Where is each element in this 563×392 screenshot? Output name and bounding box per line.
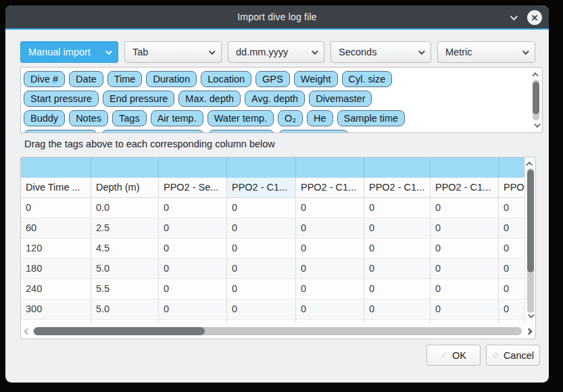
scrollbar-thumb[interactable] [533, 82, 539, 114]
scroll-right-icon[interactable] [526, 328, 533, 335]
tag-weight[interactable]: Weight [294, 71, 338, 87]
tag-time[interactable]: Time [107, 71, 143, 87]
close-button[interactable]: ✕ [527, 10, 542, 25]
table-cell: 0 [364, 218, 431, 239]
tag-notes[interactable]: Notes [69, 110, 108, 126]
table-cell: 5.0 [91, 259, 159, 279]
table-cell: 0 [296, 299, 364, 320]
shade-button[interactable] [508, 15, 518, 20]
tag-sample-cns[interactable]: Sample CNS [278, 130, 349, 133]
table-row: 2405.5000000 [21, 279, 524, 299]
table-cell: 0 [499, 279, 524, 299]
tag-start-pressure[interactable]: Start pressure [24, 91, 99, 107]
tag-avg-depth[interactable]: Avg. depth [245, 91, 305, 107]
scrollbar-track[interactable] [527, 168, 534, 313]
import-mode-select[interactable]: Manual import [20, 41, 118, 63]
tag-end-pressure[interactable]: End pressure [103, 91, 174, 107]
tag-tags[interactable]: Tags [112, 110, 147, 126]
tag-pool-scrollbar[interactable] [531, 68, 541, 132]
table-cell: 120 [21, 239, 91, 259]
tag-row: Dive #DateTimeDurationLocationGPSWeightC… [24, 71, 529, 87]
table-cell: 0 [499, 259, 524, 279]
scroll-left-icon[interactable] [24, 328, 31, 335]
table-cell: 0 [227, 259, 296, 279]
scroll-down-icon[interactable] [533, 121, 540, 128]
chevron-down-icon [105, 48, 112, 55]
tag-gps[interactable]: GPS [255, 71, 290, 87]
drop-target-cell-2[interactable] [159, 157, 227, 178]
tag-row: Start pressureEnd pressureMax. depthAvg.… [24, 91, 529, 107]
tag-he[interactable]: He [307, 110, 333, 126]
table-cell: 0 [499, 239, 524, 259]
chevron-down-icon [510, 13, 518, 20]
drop-target-cell-5[interactable] [364, 157, 431, 178]
tag-buddy[interactable]: Buddy [24, 110, 65, 126]
table-cell: 0 [431, 259, 499, 279]
tag-air-temp[interactable]: Air temp. [151, 110, 203, 126]
ok-button[interactable]: ✓ OK [426, 345, 481, 366]
table-cell: 2.5 [91, 218, 159, 239]
scroll-down-icon[interactable] [528, 312, 535, 318]
units-select[interactable]: Metric [437, 41, 535, 63]
tag-cyl-size[interactable]: Cyl. size [342, 71, 393, 87]
cancel-button[interactable]: ⊘ Cancel [486, 345, 540, 366]
tag-sample-time[interactable]: Sample time [337, 110, 406, 126]
table-cell: 0 [431, 239, 499, 259]
table-cell: 0 [159, 259, 227, 279]
table-cell: 60 [21, 218, 91, 239]
scrollbar-track[interactable] [533, 80, 539, 120]
scroll-up-icon[interactable] [532, 72, 539, 79]
drop-target-cell-0[interactable] [21, 157, 91, 178]
drop-target-cell-6[interactable] [431, 157, 499, 178]
drop-target-cell-4[interactable] [296, 157, 364, 178]
table-cell: 0 [159, 198, 227, 218]
tag-max-depth[interactable]: Max. depth [178, 91, 241, 107]
tag-sample-temperature[interactable]: Sample temperature [101, 130, 203, 133]
tag-location[interactable]: Location [201, 71, 251, 87]
tag-duration[interactable]: Duration [146, 71, 197, 87]
table-cell: 300 [21, 299, 91, 320]
scrollbar-thumb[interactable] [34, 327, 205, 335]
scrollbar-track[interactable] [33, 327, 522, 335]
table-cell: 180 [21, 259, 91, 279]
tag-o[interactable]: O₂ [278, 110, 303, 126]
tag-dive[interactable]: Dive # [24, 71, 65, 87]
table-cell: 0 [159, 218, 227, 239]
table-cell: 0.0 [91, 198, 159, 218]
tag-date[interactable]: Date [69, 71, 103, 87]
field-separator-select-value: Tab [132, 47, 201, 57]
scrollbar-thumb[interactable] [527, 170, 534, 272]
table-row: 00.0000000 [21, 198, 524, 218]
drop-target-cell-7[interactable] [499, 157, 524, 178]
tag-sample-depth[interactable]: Sample depth [24, 130, 97, 133]
table-cell: 0 [364, 299, 431, 320]
table-vertical-scrollbar[interactable] [524, 157, 535, 324]
table-horizontal-scrollbar[interactable] [21, 324, 535, 339]
column-header: PPO2 - C1... [364, 178, 431, 198]
table-cell: 0 [431, 218, 499, 239]
column-header: PPO2 - C1... [431, 178, 499, 198]
instruction-label: Drag the tags above to each correspondin… [24, 139, 549, 149]
tag-sample-po[interactable]: Sample pO₂ [208, 130, 274, 133]
titlebar[interactable]: Import dive log file ✕ [5, 5, 549, 30]
units-select-value: Metric [445, 47, 514, 57]
drop-target-cell-3[interactable] [227, 157, 296, 178]
tag-water-temp[interactable]: Water temp. [207, 110, 274, 126]
table-cell: 0 [159, 299, 227, 320]
table-cell: 0 [227, 218, 296, 239]
duration-format-select[interactable]: Seconds [331, 41, 431, 63]
scroll-up-icon[interactable] [526, 162, 533, 168]
dialog-buttons: ✓ OK ⊘ Cancel [20, 345, 540, 366]
table-cell: 0 [21, 198, 91, 218]
tag-divemaster[interactable]: Divemaster [309, 91, 372, 107]
chevron-down-icon [418, 48, 425, 55]
table-cell: 0 [159, 279, 227, 299]
field-separator-select[interactable]: Tab [124, 41, 222, 63]
ok-button-label: OK [452, 350, 466, 361]
column-header: Dive Time ... [21, 178, 91, 198]
table-cell: 240 [21, 279, 91, 299]
table-cell: 0 [296, 239, 364, 259]
date-format-select[interactable]: dd.mm.yyyy [228, 41, 324, 63]
drop-target-cell-1[interactable] [91, 157, 159, 178]
table-cell: 0 [227, 198, 296, 218]
